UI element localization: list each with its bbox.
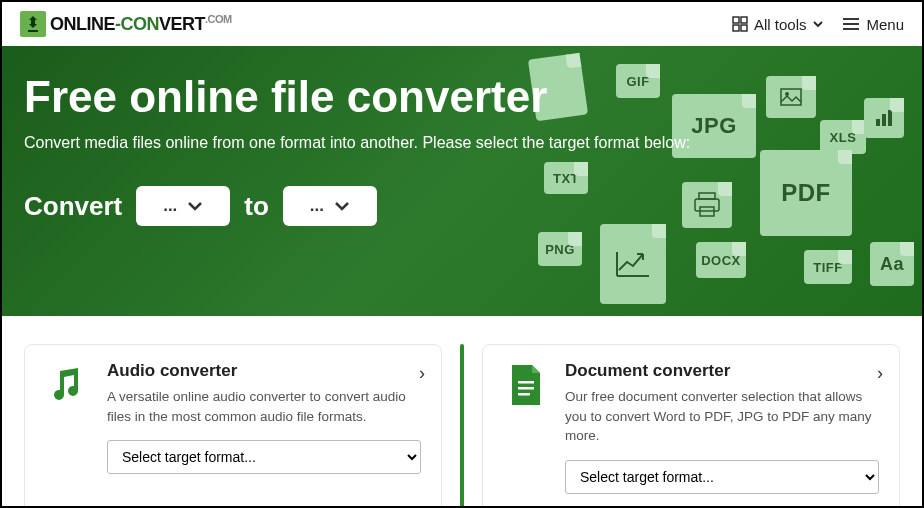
document-icon [503, 361, 547, 494]
card-desc: Our free document converter selection th… [565, 387, 879, 446]
all-tools-label: All tools [754, 16, 807, 33]
svg-rect-2 [733, 25, 739, 31]
svg-rect-3 [741, 25, 747, 31]
to-format-dropdown[interactable]: ... [283, 186, 377, 226]
svg-rect-15 [518, 381, 534, 384]
all-tools-menu[interactable]: All tools [732, 16, 825, 33]
card-desc: A versatile online audio converter to co… [107, 387, 421, 426]
svg-rect-17 [518, 393, 530, 396]
chevron-down-icon [187, 200, 203, 212]
card-title: Document converter [565, 361, 879, 381]
document-format-select[interactable]: Select target format... [565, 460, 879, 494]
convert-label: Convert [24, 191, 122, 222]
from-format-dropdown[interactable]: ... [136, 186, 230, 226]
chevron-down-icon [334, 200, 350, 212]
card-body: Document converter Our free document con… [565, 361, 879, 494]
convert-row: Convert ... to ... [24, 186, 900, 226]
menu-label: Menu [866, 16, 904, 33]
svg-rect-1 [741, 17, 747, 23]
document-converter-card[interactable]: Document converter Our free document con… [482, 344, 900, 508]
card-title: Audio converter [107, 361, 421, 381]
header: ONLINE-CONVERT.COM All tools Menu [2, 2, 922, 46]
decor-font-icon: Aa [870, 242, 914, 286]
decor-png-icon: PNG [538, 232, 582, 266]
logo-text: ONLINE-CONVERT.COM [50, 13, 232, 35]
hero-title: Free online file converter [24, 72, 900, 122]
to-format-value: ... [310, 196, 324, 216]
decor-docx-icon: DOCX [696, 242, 746, 278]
chevron-right-icon: › [419, 363, 425, 384]
menu-button[interactable]: Menu [842, 16, 904, 33]
audio-format-select[interactable]: Select target format... [107, 440, 421, 474]
decor-linechart-icon [600, 224, 666, 304]
hero-subtitle: Convert media files online from one form… [24, 134, 900, 152]
audio-converter-card[interactable]: Audio converter A versatile online audio… [24, 344, 442, 508]
svg-rect-16 [518, 387, 534, 390]
decor-tiff-icon: TIFF [804, 250, 852, 284]
chevron-right-icon: › [877, 363, 883, 384]
logo[interactable]: ONLINE-CONVERT.COM [20, 11, 232, 37]
nav: All tools Menu [732, 16, 904, 33]
card-body: Audio converter A versatile online audio… [107, 361, 421, 494]
logo-icon [20, 11, 46, 37]
grid-icon [732, 16, 748, 32]
cards-section: Audio converter A versatile online audio… [2, 316, 922, 508]
from-format-value: ... [163, 196, 177, 216]
svg-rect-0 [733, 17, 739, 23]
chevron-down-icon [812, 18, 824, 30]
card-divider [460, 344, 464, 508]
hero: GIF JPG TXT PNG DOCX XLS PDF TIFF Aa Fre… [2, 46, 922, 316]
hamburger-icon [842, 17, 860, 31]
to-label: to [244, 191, 269, 222]
music-icon [45, 361, 89, 494]
